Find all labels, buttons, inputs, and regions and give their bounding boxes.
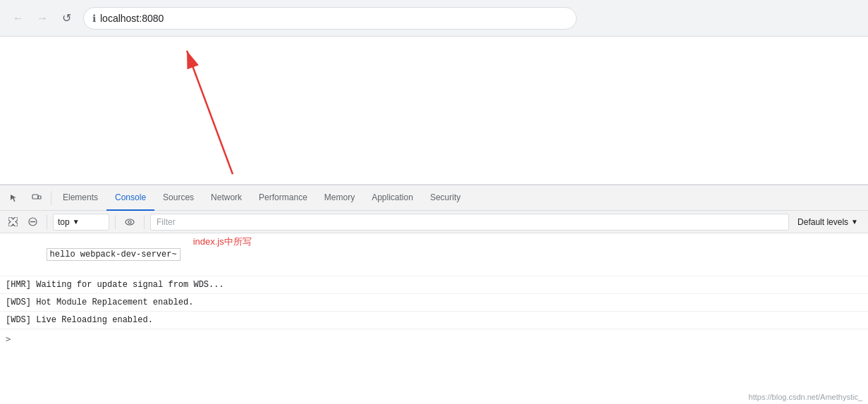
console-row-4: [WDS] Live Reloading enabled. — [0, 312, 868, 329]
forward-icon: → — [37, 12, 48, 25]
svg-rect-3 — [38, 196, 41, 199]
console-row-1: hello webpack-dev-server~ index.js中所写 — [0, 233, 868, 276]
tab-elements[interactable]: Elements — [54, 185, 106, 211]
clear-console-button[interactable] — [4, 214, 21, 231]
console-row-2: [HMR] Waiting for update signal from WDS… — [0, 276, 868, 294]
console-prompt-row: > — [0, 329, 868, 349]
console-toolbar: top ▼ Default levels ▼ — [0, 211, 868, 233]
console-message-4: [WDS] Live Reloading enabled. — [6, 314, 153, 326]
forward-button[interactable]: → — [32, 8, 52, 28]
context-selector[interactable]: top ▼ — [53, 214, 109, 231]
cursor-icon — [9, 193, 19, 203]
security-icon: ℹ — [92, 13, 96, 24]
url-text: localhost:8080 — [100, 13, 164, 24]
device-toolbar-button[interactable] — [27, 188, 47, 208]
tab-sources[interactable]: Sources — [154, 185, 202, 211]
console-row-3: [WDS] Hot Module Replacement enabled. — [0, 294, 868, 312]
nav-buttons: ← → ↺ — [8, 8, 76, 28]
console-message-3: [WDS] Hot Module Replacement enabled. — [6, 296, 193, 309]
console-message-boxed: hello webpack-dev-server~ — [47, 248, 181, 261]
page-content — [0, 37, 868, 185]
tab-network[interactable]: Network — [202, 185, 250, 211]
watermark: https://blog.csdn.net/Amethystic_ — [749, 393, 862, 401]
reload-button[interactable]: ↺ — [56, 8, 76, 28]
tab-security[interactable]: Security — [422, 185, 469, 211]
console-output: hello webpack-dev-server~ index.js中所写 [H… — [0, 233, 868, 404]
tab-console[interactable]: Console — [106, 185, 154, 211]
svg-point-8 — [128, 221, 131, 224]
eye-button[interactable] — [121, 214, 138, 231]
browser-chrome: ← → ↺ ℹ localhost:8080 — [0, 0, 868, 37]
svg-marker-4 — [8, 217, 18, 226]
toolbar-divider — [47, 215, 47, 229]
console-prompt: > — [6, 334, 11, 344]
console-message-1: hello webpack-dev-server~ — [6, 235, 181, 274]
tab-application[interactable]: Application — [363, 185, 422, 211]
annotation-arrow — [148, 37, 289, 185]
tab-divider — [51, 191, 51, 205]
back-icon: ← — [13, 12, 24, 25]
reload-icon: ↺ — [62, 11, 71, 25]
inspect-element-button[interactable] — [4, 188, 24, 208]
context-label: top — [58, 217, 70, 227]
chevron-down-icon: ▼ — [73, 218, 80, 226]
eye-icon — [125, 219, 135, 226]
filter-input[interactable] — [150, 214, 789, 231]
tab-memory[interactable]: Memory — [316, 185, 363, 211]
address-bar[interactable]: ℹ localhost:8080 — [83, 7, 577, 30]
stop-icon — [28, 217, 37, 226]
toolbar-divider2 — [115, 215, 116, 229]
toolbar-divider3 — [144, 215, 145, 229]
clear-icon — [8, 217, 18, 226]
tab-performance[interactable]: Performance — [250, 185, 316, 211]
stop-recording-button[interactable] — [24, 214, 41, 231]
console-message-2: [HMR] Waiting for update signal from WDS… — [6, 278, 224, 291]
default-levels-selector[interactable]: Default levels ▼ — [792, 216, 864, 228]
svg-point-7 — [126, 219, 134, 225]
svg-rect-2 — [32, 195, 38, 199]
chevron-down-icon2: ▼ — [851, 218, 858, 226]
devtools-panel: Elements Console Sources Network Perform… — [0, 185, 868, 404]
devtools-tabs-bar: Elements Console Sources Network Perform… — [0, 185, 868, 211]
device-icon — [32, 193, 42, 203]
console-annotation-1: index.js中所写 — [193, 235, 252, 248]
back-button[interactable]: ← — [8, 8, 28, 28]
default-levels-label: Default levels — [797, 217, 848, 227]
svg-line-1 — [187, 51, 233, 174]
